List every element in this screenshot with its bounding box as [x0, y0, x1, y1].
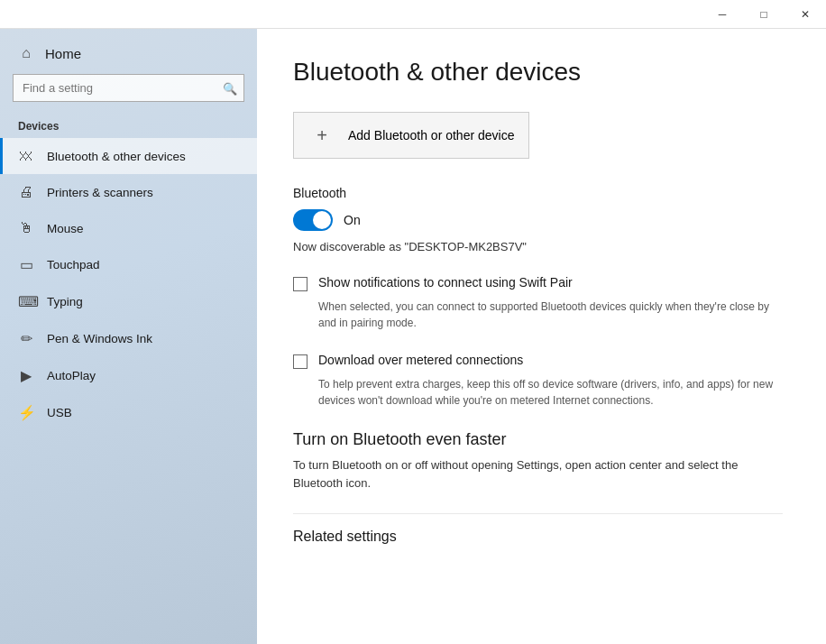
close-button[interactable]: ✕	[785, 0, 826, 29]
search-input[interactable]	[13, 74, 244, 102]
search-icon: 🔍	[223, 81, 237, 95]
sidebar-item-label: Bluetooth & other devices	[47, 150, 186, 163]
bluetooth-section-label: Bluetooth	[293, 186, 783, 200]
metered-checkbox[interactable]	[293, 354, 307, 369]
typing-icon: ⌨	[18, 293, 34, 310]
sidebar-item-label: AutoPlay	[47, 369, 96, 382]
add-device-label: Add Bluetooth or other device	[348, 128, 514, 143]
discoverable-text: Now discoverable as "DESKTOP-MK2BS7V"	[293, 240, 783, 253]
bluetooth-icon: ⯵	[18, 148, 34, 164]
home-label: Home	[45, 46, 81, 61]
sidebar-item-pen[interactable]: ✏ Pen & Windows Ink	[0, 320, 257, 357]
swift-pair-row: Show notifications to connect using Swif…	[293, 275, 783, 291]
sidebar-item-label: Mouse	[47, 222, 84, 235]
autoplay-icon: ▶	[18, 367, 34, 384]
sidebar-item-typing[interactable]: ⌨ Typing	[0, 283, 257, 320]
metered-label: Download over metered connections	[318, 353, 523, 367]
sidebar-item-label: Printers & scanners	[47, 186, 153, 199]
sidebar-item-label: Typing	[47, 295, 83, 308]
bluetooth-toggle-row: On	[293, 209, 783, 231]
swift-pair-checkbox[interactable]	[293, 277, 307, 291]
toggle-knob	[313, 211, 331, 229]
touchpad-icon: ▭	[18, 256, 34, 273]
related-settings-heading: Related settings	[293, 513, 783, 545]
bluetooth-toggle[interactable]	[293, 209, 333, 231]
sidebar-section-label: Devices	[0, 115, 257, 138]
sidebar-item-autoplay[interactable]: ▶ AutoPlay	[0, 357, 257, 394]
main-content: Bluetooth & other devices + Add Bluetoot…	[257, 29, 826, 644]
metered-desc: To help prevent extra charges, keep this…	[318, 376, 783, 409]
maximize-button[interactable]: □	[743, 0, 785, 29]
sidebar-item-usb[interactable]: ⚡ USB	[0, 394, 257, 431]
pen-icon: ✏	[18, 330, 34, 347]
usb-icon: ⚡	[18, 404, 34, 421]
toggle-state-label: On	[344, 213, 361, 227]
swift-pair-label: Show notifications to connect using Swif…	[318, 275, 573, 290]
page-title: Bluetooth & other devices	[293, 58, 783, 87]
swift-pair-desc: When selected, you can connect to suppor…	[318, 299, 783, 331]
sidebar-item-touchpad[interactable]: ▭ Touchpad	[0, 246, 257, 283]
app-body: ⌂ Home 🔍 Devices ⯵ Bluetooth & other dev…	[0, 29, 826, 644]
mouse-icon: 🖱	[18, 220, 34, 236]
sidebar: ⌂ Home 🔍 Devices ⯵ Bluetooth & other dev…	[0, 29, 257, 644]
titlebar: ─ □ ✕	[0, 0, 826, 29]
plus-icon: +	[308, 122, 335, 149]
sidebar-item-label: USB	[47, 406, 72, 419]
minimize-button[interactable]: ─	[702, 0, 743, 29]
sidebar-item-label: Touchpad	[47, 258, 100, 271]
faster-body: To turn Bluetooth on or off without open…	[293, 456, 783, 492]
faster-heading: Turn on Bluetooth even faster	[293, 430, 783, 449]
metered-row: Download over metered connections	[293, 353, 783, 369]
search-box: 🔍	[13, 74, 244, 102]
sidebar-item-label: Pen & Windows Ink	[47, 332, 152, 345]
sidebar-item-home[interactable]: ⌂ Home	[0, 29, 257, 74]
home-icon: ⌂	[18, 45, 34, 61]
sidebar-item-printers[interactable]: 🖨 Printers & scanners	[0, 174, 257, 210]
add-device-button[interactable]: + Add Bluetooth or other device	[293, 112, 529, 159]
sidebar-item-bluetooth[interactable]: ⯵ Bluetooth & other devices	[0, 138, 257, 174]
printer-icon: 🖨	[18, 184, 34, 200]
sidebar-item-mouse[interactable]: 🖱 Mouse	[0, 210, 257, 246]
